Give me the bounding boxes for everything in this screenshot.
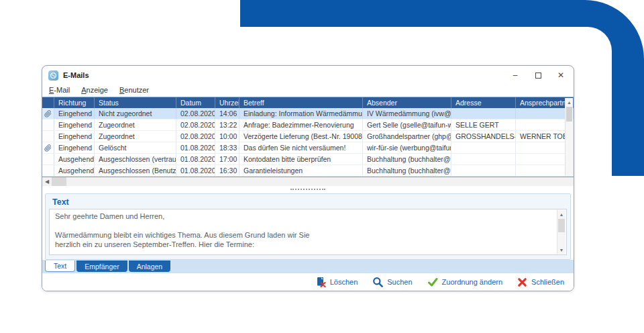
cell-uhrzeit: 17:00: [215, 154, 239, 164]
email-row[interactable]: EingehendZugeordnet02.08.202013:22Anfrag…: [42, 120, 574, 131]
cell-datum: 01.08.2020: [176, 142, 215, 153]
cell-betreff: Kontodaten bitte überprüfen: [239, 154, 363, 164]
close-window-button[interactable]: ✕: [549, 66, 572, 84]
cell-status: Nicht zugeordnet: [95, 108, 176, 119]
menubar: E-MailAnzeigeBenutzer: [42, 85, 574, 95]
attachment-gutter: [42, 154, 54, 164]
close-x-icon: [517, 277, 527, 287]
scroll-down-icon[interactable]: ▼: [557, 246, 566, 254]
attachment-gutter: [42, 165, 54, 176]
preview-panel: Text Sehr geehrte Damen und Herren, Wärm…: [45, 193, 571, 260]
table-horizontal-scrollbar[interactable]: ◀: [42, 177, 574, 186]
bottom-toolbar: LöschenSuchenZuordnung ändernSchließen: [42, 273, 574, 291]
email-row[interactable]: EingehendGelöscht01.08.202018:33Das dürf…: [42, 142, 574, 154]
paperclip-icon: [42, 142, 54, 153]
cell-uhrzeit: 10:00: [215, 131, 239, 142]
close-button[interactable]: Schließen: [517, 277, 564, 287]
cell-betreff: Verzögerte Lieferung (Best.-Nr. 1900801): [239, 131, 363, 142]
tab-text[interactable]: Text: [45, 260, 75, 272]
column-header-betreff[interactable]: Betreff: [239, 97, 363, 108]
cell-betreff: Anfrage: Badezimmer-Renovierung: [239, 120, 363, 130]
tab-empfnger[interactable]: Empfänger: [76, 260, 127, 272]
scroll-left-icon[interactable]: ◀: [42, 177, 52, 186]
minimize-button[interactable]: –: [504, 66, 527, 84]
cell-absender: Großhandelspartner (ghp@taif: [363, 131, 451, 142]
button-label: Löschen: [330, 278, 358, 286]
cell-absender: wir-für-sie (werbung@taifun-w: [363, 142, 451, 153]
cell-datum: 01.08.2020: [176, 165, 215, 176]
attachment-gutter: [42, 120, 54, 130]
button-label: Suchen: [387, 278, 412, 286]
scrollbar-thumb[interactable]: [566, 107, 572, 122]
cell-uhrzeit: 18:33: [215, 142, 239, 153]
splitter-handle[interactable]: [290, 189, 325, 190]
cell-betreff: Das dürfen Sie nicht versäumen!: [239, 142, 363, 153]
button-label: Zuordnung ändern: [442, 278, 503, 286]
cell-adresse: [451, 142, 516, 153]
cell-datum: 02.08.2020: [176, 108, 215, 119]
cell-uhrzeit: 16:30: [215, 165, 239, 176]
scroll-up-icon[interactable]: ▲: [557, 210, 566, 218]
search-button[interactable]: Suchen: [372, 277, 412, 287]
email-row[interactable]: AusgehendAusgeschlossen (Benutzer)01.08.…: [42, 165, 574, 177]
email-row[interactable]: EingehendNicht zugeordnet02.08.202014:06…: [42, 108, 574, 120]
scrollbar-thumb[interactable]: [558, 219, 565, 232]
tab-anlagen[interactable]: Anlagen: [129, 260, 171, 272]
cell-status: Zugeordnet: [95, 120, 176, 130]
attachment-gutter: [42, 131, 54, 142]
cell-status: Ausgeschlossen (Benutzer): [95, 165, 176, 176]
scrollbar-thumb[interactable]: [52, 177, 66, 186]
button-label: Schließen: [531, 278, 564, 286]
cell-adresse: [451, 154, 516, 164]
column-header-gutter[interactable]: [42, 97, 54, 108]
column-header-status[interactable]: Status: [95, 97, 176, 108]
delete-document-icon: [315, 277, 326, 287]
cell-status: Ausgeschlossen (vertraulich): [95, 154, 176, 164]
menu-item-benutzer[interactable]: Benutzer: [118, 86, 155, 94]
cell-datum: 01.08.2020: [176, 154, 215, 164]
cell-richtung: Eingehend: [54, 108, 95, 119]
check-icon: [427, 277, 438, 287]
cell-adresse: GROSSHANDELS-PT: [451, 131, 516, 142]
email-table: RichtungStatusDatumUhrzeitBetreffAbsende…: [42, 97, 574, 177]
column-header-absender[interactable]: Absender: [363, 97, 451, 108]
cell-status: Gelöscht: [95, 142, 176, 153]
table-vertical-scrollbar[interactable]: ▲: [565, 98, 573, 176]
maximize-button[interactable]: [527, 66, 549, 84]
text-vertical-scrollbar[interactable]: ▲ ▼: [557, 210, 566, 254]
cell-adresse: [451, 165, 516, 176]
page-background: E-Mails – ✕ E-MailAnzeigeBenutzer Richtu…: [0, 0, 644, 333]
email-row[interactable]: AusgehendAusgeschlossen (vertraulich)01.…: [42, 154, 574, 165]
cell-betreff: Garantieleistungen: [239, 165, 363, 176]
reassign-button[interactable]: Zuordnung ändern: [427, 277, 503, 287]
menu-item-email[interactable]: E-Mail: [48, 86, 76, 94]
cell-uhrzeit: 13:22: [215, 120, 239, 130]
window-title: E-Mails: [63, 71, 89, 79]
column-header-datum[interactable]: Datum: [176, 97, 215, 108]
cell-richtung: Eingehend: [54, 120, 95, 130]
email-body-text[interactable]: Sehr geehrte Damen und Herren, Wärmedämm…: [49, 209, 567, 255]
scroll-splitter-zone: ◀: [42, 177, 574, 193]
window-controls: – ✕: [504, 66, 572, 84]
column-header-richtung[interactable]: Richtung: [54, 97, 95, 108]
cell-absender: Gert Selle (gselle@taifun-weba: [363, 120, 451, 130]
cell-richtung: Ausgehend: [54, 154, 95, 164]
table-header-row: RichtungStatusDatumUhrzeitBetreffAbsende…: [42, 97, 574, 108]
cell-richtung: Eingehend: [54, 131, 95, 142]
menu-item-anzeige[interactable]: Anzeige: [80, 86, 114, 94]
cell-absender: Buchhaltung (buchhalter@taifu: [363, 154, 451, 164]
column-header-uhrzeit[interactable]: Uhrzeit: [215, 97, 239, 108]
email-body-content: Sehr geehrte Damen und Herren, Wärmedämm…: [50, 209, 566, 255]
column-header-adresse[interactable]: Adresse: [451, 97, 516, 108]
email-row[interactable]: EingehendZugeordnet02.08.202010:00Verzög…: [42, 131, 574, 142]
preview-heading: Text: [46, 194, 570, 209]
cell-absender: IV Wärmedämmung (ivw@taifu: [363, 108, 451, 119]
delete-button[interactable]: Löschen: [315, 277, 358, 287]
cell-datum: 02.08.2020: [176, 120, 215, 130]
cell-adresse: [451, 108, 516, 119]
cell-richtung: Eingehend: [54, 142, 95, 153]
search-icon: [372, 277, 383, 287]
cell-absender: Buchhaltung (buchhalter@taifu: [363, 165, 451, 176]
maximize-icon: [535, 73, 541, 79]
scroll-up-icon[interactable]: ▲: [566, 98, 573, 107]
